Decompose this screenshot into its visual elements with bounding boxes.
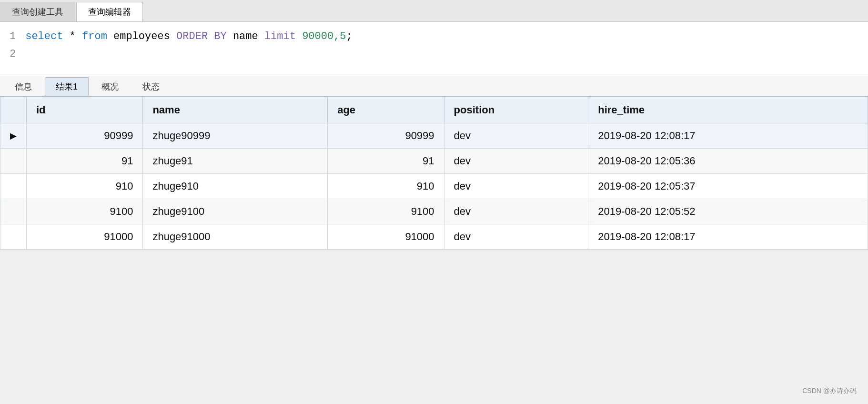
- cell-id: 910: [27, 174, 143, 199]
- cell-position: dev: [444, 149, 588, 174]
- sql-token-space: [296, 28, 302, 45]
- cell-age: 910: [328, 174, 444, 199]
- cell-name: zhuge9100: [143, 199, 328, 224]
- tab-status[interactable]: 状态: [131, 77, 171, 96]
- cell-age: 90999: [328, 123, 444, 149]
- cell-hire-time: 2019-08-20 12:05:36: [588, 149, 868, 174]
- sql-token-limit: limit: [264, 28, 296, 45]
- sql-token-from: from: [82, 28, 107, 45]
- cell-age: 91000: [328, 224, 444, 250]
- row-indicator: [0, 224, 27, 250]
- row-indicator: [0, 199, 27, 224]
- result-table-wrapper: id name age position hire_time ▶ 90999 z…: [0, 97, 868, 250]
- cell-hire-time: 2019-08-20 12:05:52: [588, 199, 868, 224]
- table-row[interactable]: ▶ 90999 zhuge90999 90999 dev 2019-08-20 …: [0, 123, 868, 149]
- result-tab-bar: 信息 结果1 概况 状态: [0, 74, 868, 97]
- line-number-2: 2: [10, 45, 16, 63]
- tab-query-editor[interactable]: 查询编辑器: [76, 2, 143, 21]
- sql-token-select: select: [25, 28, 63, 45]
- sql-token-table: employees: [107, 28, 176, 45]
- cell-id: 90999: [27, 123, 143, 149]
- table-row[interactable]: 910 zhuge910 910 dev 2019-08-20 12:05:37: [0, 174, 868, 199]
- table-row[interactable]: 91 zhuge91 91 dev 2019-08-20 12:05:36: [0, 149, 868, 174]
- sql-editor[interactable]: 1 select * from employees ORDER BY name …: [0, 22, 868, 74]
- cell-position: dev: [444, 199, 588, 224]
- cell-name: zhuge90999: [143, 123, 328, 149]
- th-indicator: [0, 97, 27, 123]
- cell-hire-time: 2019-08-20 12:05:37: [588, 174, 868, 199]
- tab-result1[interactable]: 结果1: [45, 77, 89, 96]
- th-id: id: [27, 97, 143, 123]
- main-tab-bar: 查询创建工具 查询编辑器: [0, 0, 868, 22]
- sql-token-name: name: [227, 28, 264, 45]
- cell-name: zhuge91000: [143, 224, 328, 250]
- th-hire-time: hire_time: [588, 97, 868, 123]
- th-position: position: [444, 97, 588, 123]
- tab-info[interactable]: 信息: [4, 77, 43, 96]
- table-row[interactable]: 9100 zhuge9100 9100 dev 2019-08-20 12:05…: [0, 199, 868, 224]
- cell-name: zhuge910: [143, 174, 328, 199]
- line-number-1: 1: [10, 28, 16, 45]
- cell-position: dev: [444, 123, 588, 149]
- sql-token-semi: ;: [346, 28, 353, 45]
- cell-position: dev: [444, 224, 588, 250]
- sql-token-orderby: ORDER BY: [176, 28, 227, 45]
- table-row[interactable]: 91000 zhuge91000 91000 dev 2019-08-20 12…: [0, 224, 868, 250]
- cell-id: 9100: [27, 199, 143, 224]
- row-indicator: [0, 174, 27, 199]
- cell-age: 91: [328, 149, 444, 174]
- table-header-row: id name age position hire_time: [0, 97, 868, 123]
- sql-token-value: 90000,5: [302, 28, 346, 45]
- cell-name: zhuge91: [143, 149, 328, 174]
- result-table: id name age position hire_time ▶ 90999 z…: [0, 97, 868, 250]
- th-age: age: [328, 97, 444, 123]
- cell-hire-time: 2019-08-20 12:08:17: [588, 224, 868, 250]
- cell-hire-time: 2019-08-20 12:08:17: [588, 123, 868, 149]
- tab-overview[interactable]: 概况: [91, 77, 130, 96]
- watermark: CSDN @亦诗亦码: [802, 387, 857, 395]
- cell-id: 91000: [27, 224, 143, 250]
- cell-id: 91: [27, 149, 143, 174]
- th-name: name: [143, 97, 328, 123]
- sql-token-star: *: [63, 28, 82, 45]
- sql-line-2: 2: [10, 45, 858, 63]
- cell-position: dev: [444, 174, 588, 199]
- tab-query-builder[interactable]: 查询创建工具: [0, 2, 75, 21]
- row-indicator: [0, 149, 27, 174]
- row-indicator: ▶: [0, 123, 27, 149]
- cell-age: 9100: [328, 199, 444, 224]
- sql-line-1: 1 select * from employees ORDER BY name …: [10, 28, 858, 45]
